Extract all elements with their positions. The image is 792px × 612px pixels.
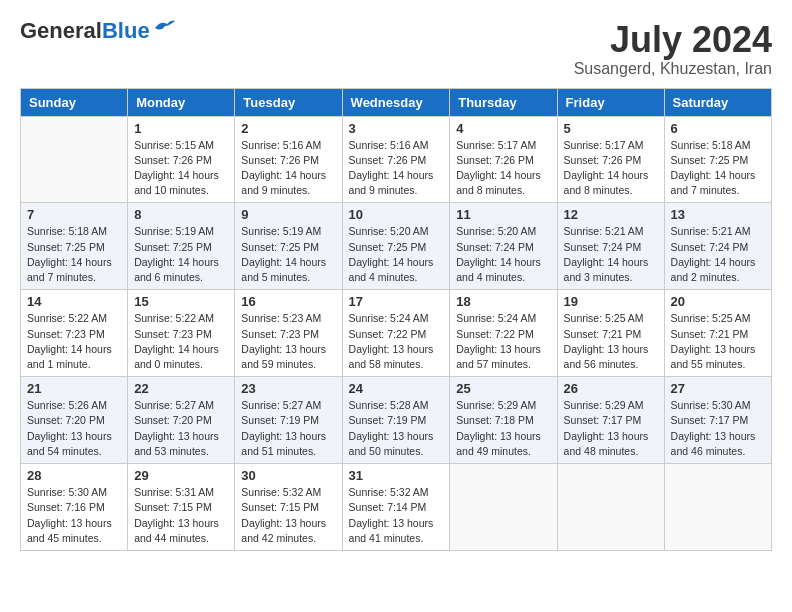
day-info: Sunrise: 5:31 AMSunset: 7:15 PMDaylight:…	[134, 485, 228, 546]
day-info: Sunrise: 5:32 AMSunset: 7:14 PMDaylight:…	[349, 485, 444, 546]
table-row	[557, 464, 664, 551]
day-number: 31	[349, 468, 444, 483]
table-row: 15 Sunrise: 5:22 AMSunset: 7:23 PMDaylig…	[128, 290, 235, 377]
day-info: Sunrise: 5:26 AMSunset: 7:20 PMDaylight:…	[27, 398, 121, 459]
table-row: 23 Sunrise: 5:27 AMSunset: 7:19 PMDaylig…	[235, 377, 342, 464]
day-info: Sunrise: 5:20 AMSunset: 7:24 PMDaylight:…	[456, 224, 550, 285]
col-wednesday: Wednesday	[342, 88, 450, 116]
day-number: 7	[27, 207, 121, 222]
day-number: 23	[241, 381, 335, 396]
table-row: 24 Sunrise: 5:28 AMSunset: 7:19 PMDaylig…	[342, 377, 450, 464]
table-row: 30 Sunrise: 5:32 AMSunset: 7:15 PMDaylig…	[235, 464, 342, 551]
col-tuesday: Tuesday	[235, 88, 342, 116]
day-info: Sunrise: 5:29 AMSunset: 7:18 PMDaylight:…	[456, 398, 550, 459]
day-info: Sunrise: 5:28 AMSunset: 7:19 PMDaylight:…	[349, 398, 444, 459]
table-row: 14 Sunrise: 5:22 AMSunset: 7:23 PMDaylig…	[21, 290, 128, 377]
day-number: 1	[134, 121, 228, 136]
page-header: GeneralBlue July 2024 Susangerd, Khuzest…	[20, 20, 772, 78]
table-row: 20 Sunrise: 5:25 AMSunset: 7:21 PMDaylig…	[664, 290, 771, 377]
table-row: 21 Sunrise: 5:26 AMSunset: 7:20 PMDaylig…	[21, 377, 128, 464]
calendar-header-row: Sunday Monday Tuesday Wednesday Thursday…	[21, 88, 772, 116]
table-row: 8 Sunrise: 5:19 AMSunset: 7:25 PMDayligh…	[128, 203, 235, 290]
table-row: 18 Sunrise: 5:24 AMSunset: 7:22 PMDaylig…	[450, 290, 557, 377]
day-number: 26	[564, 381, 658, 396]
table-row: 25 Sunrise: 5:29 AMSunset: 7:18 PMDaylig…	[450, 377, 557, 464]
day-info: Sunrise: 5:25 AMSunset: 7:21 PMDaylight:…	[564, 311, 658, 372]
logo: GeneralBlue	[20, 20, 175, 42]
day-info: Sunrise: 5:30 AMSunset: 7:17 PMDaylight:…	[671, 398, 765, 459]
table-row: 16 Sunrise: 5:23 AMSunset: 7:23 PMDaylig…	[235, 290, 342, 377]
day-number: 18	[456, 294, 550, 309]
table-row: 11 Sunrise: 5:20 AMSunset: 7:24 PMDaylig…	[450, 203, 557, 290]
table-row: 5 Sunrise: 5:17 AMSunset: 7:26 PMDayligh…	[557, 116, 664, 203]
day-number: 12	[564, 207, 658, 222]
day-info: Sunrise: 5:24 AMSunset: 7:22 PMDaylight:…	[349, 311, 444, 372]
col-monday: Monday	[128, 88, 235, 116]
day-number: 4	[456, 121, 550, 136]
calendar-week-row: 28 Sunrise: 5:30 AMSunset: 7:16 PMDaylig…	[21, 464, 772, 551]
table-row: 7 Sunrise: 5:18 AMSunset: 7:25 PMDayligh…	[21, 203, 128, 290]
calendar-week-row: 14 Sunrise: 5:22 AMSunset: 7:23 PMDaylig…	[21, 290, 772, 377]
day-info: Sunrise: 5:19 AMSunset: 7:25 PMDaylight:…	[134, 224, 228, 285]
day-number: 22	[134, 381, 228, 396]
table-row: 29 Sunrise: 5:31 AMSunset: 7:15 PMDaylig…	[128, 464, 235, 551]
table-row: 1 Sunrise: 5:15 AMSunset: 7:26 PMDayligh…	[128, 116, 235, 203]
day-number: 14	[27, 294, 121, 309]
logo-general: General	[20, 18, 102, 43]
day-number: 8	[134, 207, 228, 222]
day-info: Sunrise: 5:20 AMSunset: 7:25 PMDaylight:…	[349, 224, 444, 285]
day-number: 19	[564, 294, 658, 309]
day-info: Sunrise: 5:29 AMSunset: 7:17 PMDaylight:…	[564, 398, 658, 459]
logo-blue: Blue	[102, 18, 150, 43]
day-info: Sunrise: 5:15 AMSunset: 7:26 PMDaylight:…	[134, 138, 228, 199]
table-row: 17 Sunrise: 5:24 AMSunset: 7:22 PMDaylig…	[342, 290, 450, 377]
table-row: 31 Sunrise: 5:32 AMSunset: 7:14 PMDaylig…	[342, 464, 450, 551]
month-year: July 2024	[574, 20, 772, 60]
day-number: 25	[456, 381, 550, 396]
table-row	[450, 464, 557, 551]
day-info: Sunrise: 5:32 AMSunset: 7:15 PMDaylight:…	[241, 485, 335, 546]
col-sunday: Sunday	[21, 88, 128, 116]
table-row: 27 Sunrise: 5:30 AMSunset: 7:17 PMDaylig…	[664, 377, 771, 464]
day-info: Sunrise: 5:16 AMSunset: 7:26 PMDaylight:…	[241, 138, 335, 199]
day-number: 28	[27, 468, 121, 483]
day-info: Sunrise: 5:25 AMSunset: 7:21 PMDaylight:…	[671, 311, 765, 372]
table-row: 12 Sunrise: 5:21 AMSunset: 7:24 PMDaylig…	[557, 203, 664, 290]
col-thursday: Thursday	[450, 88, 557, 116]
day-info: Sunrise: 5:24 AMSunset: 7:22 PMDaylight:…	[456, 311, 550, 372]
table-row: 3 Sunrise: 5:16 AMSunset: 7:26 PMDayligh…	[342, 116, 450, 203]
col-saturday: Saturday	[664, 88, 771, 116]
calendar-table: Sunday Monday Tuesday Wednesday Thursday…	[20, 88, 772, 551]
day-info: Sunrise: 5:17 AMSunset: 7:26 PMDaylight:…	[564, 138, 658, 199]
table-row: 22 Sunrise: 5:27 AMSunset: 7:20 PMDaylig…	[128, 377, 235, 464]
day-number: 30	[241, 468, 335, 483]
day-info: Sunrise: 5:17 AMSunset: 7:26 PMDaylight:…	[456, 138, 550, 199]
day-number: 3	[349, 121, 444, 136]
col-friday: Friday	[557, 88, 664, 116]
table-row: 13 Sunrise: 5:21 AMSunset: 7:24 PMDaylig…	[664, 203, 771, 290]
day-number: 15	[134, 294, 228, 309]
day-number: 24	[349, 381, 444, 396]
day-info: Sunrise: 5:22 AMSunset: 7:23 PMDaylight:…	[134, 311, 228, 372]
calendar-week-row: 7 Sunrise: 5:18 AMSunset: 7:25 PMDayligh…	[21, 203, 772, 290]
table-row: 6 Sunrise: 5:18 AMSunset: 7:25 PMDayligh…	[664, 116, 771, 203]
day-number: 2	[241, 121, 335, 136]
calendar-week-row: 21 Sunrise: 5:26 AMSunset: 7:20 PMDaylig…	[21, 377, 772, 464]
day-info: Sunrise: 5:16 AMSunset: 7:26 PMDaylight:…	[349, 138, 444, 199]
calendar-week-row: 1 Sunrise: 5:15 AMSunset: 7:26 PMDayligh…	[21, 116, 772, 203]
logo-bird-icon	[153, 18, 175, 36]
day-number: 20	[671, 294, 765, 309]
table-row	[21, 116, 128, 203]
table-row: 9 Sunrise: 5:19 AMSunset: 7:25 PMDayligh…	[235, 203, 342, 290]
table-row: 10 Sunrise: 5:20 AMSunset: 7:25 PMDaylig…	[342, 203, 450, 290]
day-number: 9	[241, 207, 335, 222]
day-number: 17	[349, 294, 444, 309]
table-row: 28 Sunrise: 5:30 AMSunset: 7:16 PMDaylig…	[21, 464, 128, 551]
day-info: Sunrise: 5:18 AMSunset: 7:25 PMDaylight:…	[27, 224, 121, 285]
day-info: Sunrise: 5:22 AMSunset: 7:23 PMDaylight:…	[27, 311, 121, 372]
day-info: Sunrise: 5:30 AMSunset: 7:16 PMDaylight:…	[27, 485, 121, 546]
day-info: Sunrise: 5:19 AMSunset: 7:25 PMDaylight:…	[241, 224, 335, 285]
day-number: 5	[564, 121, 658, 136]
day-number: 21	[27, 381, 121, 396]
title-block: July 2024 Susangerd, Khuzestan, Iran	[574, 20, 772, 78]
